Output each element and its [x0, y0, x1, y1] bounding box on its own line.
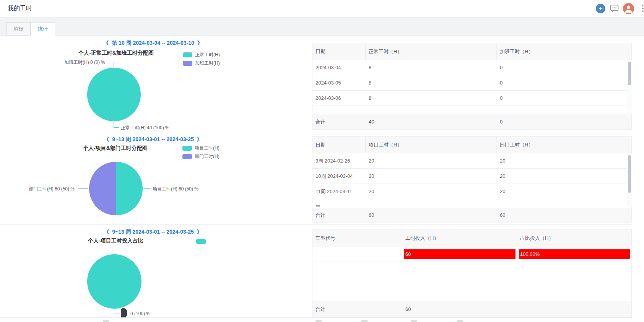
- cell-project-hours: 20: [366, 169, 497, 184]
- user-avatar[interactable]: [623, 3, 634, 14]
- plus-icon: +: [598, 5, 603, 12]
- legend-item-department-hours[interactable]: 部门工时(H): [182, 154, 220, 159]
- cell-project-hours: 20: [366, 184, 497, 199]
- table-row: 2024-03-04 8 0: [312, 60, 631, 75]
- column-header: 部门工时（H）: [497, 137, 631, 153]
- week-nav-1: 《 第 10 周 2024-03-04 -- 2024-03-10 》: [0, 40, 306, 47]
- table-row: 60 100.00%: [312, 247, 631, 262]
- highlighted-value: 100.00%: [519, 249, 630, 259]
- pie-chart-project-vs-department: [89, 162, 143, 215]
- cell-date: 2024-03-06: [312, 91, 366, 106]
- prev-week-icon[interactable]: 《: [102, 136, 111, 142]
- label-line: [114, 314, 120, 314]
- table-header-row: 日期 正常工时（H） 加班工时（H）: [312, 43, 631, 60]
- highlighted-value: 60: [404, 249, 516, 259]
- message-bubble-icon: [610, 5, 619, 13]
- column-header: 项目工时（H）: [366, 137, 497, 153]
- cell-department-hours: 20: [497, 169, 631, 184]
- pie-chart-project-share: [87, 254, 141, 309]
- label-line: [114, 62, 114, 68]
- tab-statistics[interactable]: 统计: [31, 22, 55, 36]
- table-row: 9周 2024-02-26 20 20: [312, 153, 631, 169]
- prev-week-icon[interactable]: 《: [102, 40, 110, 46]
- table-header-row: 车型代号 工时投入（H） 占比投入（H）: [312, 230, 631, 247]
- column-header: 加班工时（H）: [497, 43, 631, 60]
- page-title: 我的工时: [8, 5, 32, 13]
- cell-normal-hours: 8: [366, 75, 497, 90]
- clipped-table-row: [312, 106, 631, 114]
- cell-project-hours: 20: [366, 153, 497, 168]
- table-total-row: 合计 60 60: [312, 208, 631, 223]
- cell-week: 11周 2024-03-11: [312, 184, 366, 199]
- pie-label-overtime: 加班工时(H) 0 (0) %: [64, 59, 105, 66]
- clipped-content: [457, 320, 463, 322]
- table-header-row: 日期 项目工时（H） 部门工时（H）: [312, 137, 631, 153]
- purple-swatch-icon: [183, 61, 192, 66]
- pie-label-project-share: 0 (100) %: [130, 311, 150, 316]
- next-week-icon[interactable]: 》: [195, 136, 204, 142]
- pie-chart-normal-vs-overtime: [87, 68, 141, 121]
- section-divider: [0, 132, 632, 132]
- cell-vehicle-code-redacted: [312, 247, 402, 262]
- vehicle-model-hours-table: 车型代号 工时投入（H） 占比投入（H） 60 100.00% 合计 60: [312, 229, 632, 318]
- table-row: 11周 2024-03-11 20 20: [312, 184, 631, 199]
- week-nav-label: 9~13 周 2024-03-01 -- 2024-03-25: [112, 136, 194, 142]
- total-normal-hours: 40: [366, 114, 497, 129]
- table-total-row: 合计 60: [312, 301, 631, 318]
- add-button[interactable]: +: [596, 4, 605, 13]
- cell-department-hours: 20: [497, 153, 631, 168]
- redacted-label-blob: [121, 308, 127, 318]
- table-row: 10周 2024-03-04 20 20: [312, 169, 631, 184]
- table-scrollbar-thumb[interactable]: [628, 155, 631, 193]
- label-line: [114, 309, 114, 314]
- label-line: [114, 121, 114, 127]
- next-week-icon[interactable]: 》: [195, 229, 204, 235]
- legend-item-normal-hours[interactable]: 正常工时(H): [183, 52, 220, 57]
- cell-overtime-hours: 0: [497, 91, 631, 106]
- cell-overtime-hours: 0: [497, 60, 631, 75]
- top-bar: 我的工时 +: [0, 0, 644, 18]
- total-label: 合计: [312, 208, 366, 223]
- tab-fill-report[interactable]: 填报: [6, 22, 31, 36]
- table-scrollbar-thumb[interactable]: [628, 62, 631, 85]
- legend-2: 项目工时(H) 部门工时(H): [182, 146, 220, 163]
- label-line: [78, 188, 88, 189]
- legend-item-overtime-hours[interactable]: 加班工时(H): [183, 61, 220, 66]
- total-share-invested: [517, 301, 631, 317]
- message-button[interactable]: [610, 5, 619, 13]
- clipped-text-fragment: [316, 205, 320, 207]
- cell-normal-hours: 8: [366, 91, 497, 106]
- person-icon: [623, 3, 634, 14]
- cell-week: 9周 2024-02-26: [312, 153, 366, 168]
- legend-item-project-hours[interactable]: 项目工时(H): [182, 146, 220, 151]
- week-nav-label: 9~13 周 2024-03-01 -- 2024-03-25: [112, 229, 194, 235]
- tab-bar: 填报 统计: [0, 18, 644, 36]
- next-week-icon[interactable]: 》: [196, 40, 204, 46]
- clipped-content: [103, 320, 109, 322]
- empty-table-body: [312, 262, 631, 301]
- chart-title-3: 个人-项目工时投入占比: [88, 237, 143, 244]
- purple-swatch-icon: [182, 154, 192, 159]
- cell-normal-hours: 8: [366, 60, 497, 75]
- prev-week-icon[interactable]: 《: [102, 229, 111, 235]
- cell-overtime-hours: 0: [497, 75, 631, 90]
- legend-item-project-share[interactable]: [196, 239, 206, 244]
- total-overtime-hours: 0: [497, 114, 631, 129]
- total-department-hours: 60: [497, 208, 631, 223]
- section-divider: [0, 224, 632, 225]
- legend-3: [196, 239, 206, 247]
- section-divider: [0, 317, 632, 318]
- chart-title-1: 个人-正常工时&加班工时分配图: [78, 50, 154, 57]
- clipped-content: [315, 320, 322, 322]
- label-line: [114, 127, 119, 128]
- table-row: 2024-03-05 8 0: [312, 75, 631, 91]
- total-label: 合计: [312, 301, 402, 317]
- cell-share-invested: 100.00%: [517, 247, 631, 262]
- clipped-content: [411, 320, 417, 322]
- column-header: 工时投入（H）: [402, 230, 517, 247]
- table-row: 2024-03-06 8 0: [312, 91, 631, 106]
- column-header: 日期: [312, 137, 366, 153]
- teal-swatch-redacted-icon: [196, 239, 206, 244]
- my-work-hours-page: 我的工时 + 填报 统计 《 第 10 周 2024-03-04: [0, 0, 644, 322]
- more-vertical-icon[interactable]: [642, 5, 644, 13]
